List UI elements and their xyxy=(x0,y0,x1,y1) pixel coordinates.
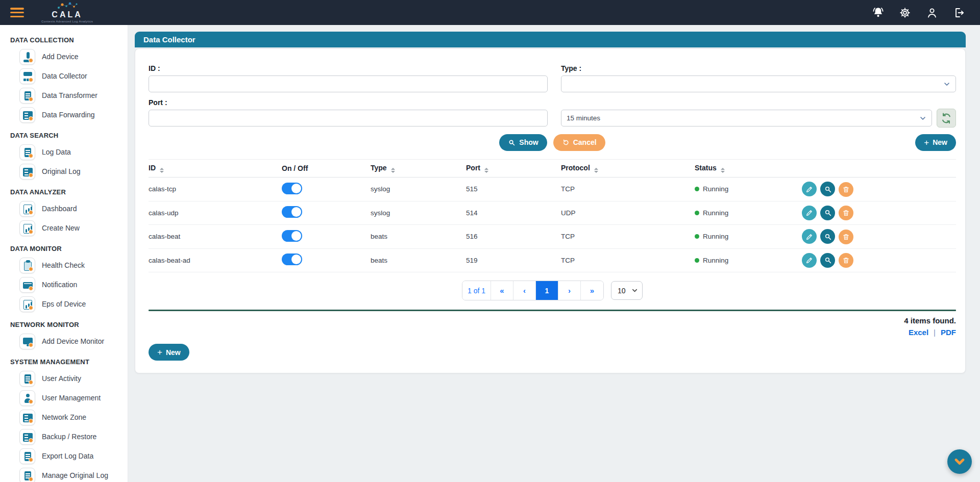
new-button[interactable]: + New xyxy=(915,134,956,151)
sidebar-item-label: Data Collector xyxy=(42,72,87,80)
sort-icon[interactable] xyxy=(484,168,488,173)
cell-protocol: TCP xyxy=(561,177,695,201)
table-header-row: IDOn / OffTypePortProtocolStatus xyxy=(149,160,956,177)
sidebar-item-user-activity[interactable]: User Activity xyxy=(10,369,122,388)
cell-type: beats xyxy=(371,248,466,272)
filter-form: ID : Type : Port : 15 minutes xyxy=(149,64,956,126)
sidebar-item-dashboard[interactable]: Dashboard xyxy=(10,199,122,218)
export-links: Excel | PDF xyxy=(149,328,956,337)
export-pdf-link[interactable]: PDF xyxy=(941,328,956,337)
column-header-id[interactable]: ID xyxy=(149,160,282,177)
notification-icon xyxy=(19,277,35,293)
cancel-button[interactable]: Cancel xyxy=(553,134,605,151)
next-page-button[interactable]: › xyxy=(558,281,581,300)
sort-icon[interactable] xyxy=(721,168,725,173)
onoff-toggle[interactable] xyxy=(282,183,302,194)
sidebar-item-label: Eps of Device xyxy=(42,300,86,308)
sidebar: DATA COLLECTIONAdd DeviceData CollectorD… xyxy=(0,25,128,482)
type-select[interactable] xyxy=(561,75,956,92)
sidebar-item-add-device[interactable]: Add Device xyxy=(10,47,122,66)
sidebar-item-label: Log Data xyxy=(42,148,71,156)
port-input[interactable] xyxy=(149,110,548,126)
sidebar-item-label: Health Check xyxy=(42,261,85,269)
scroll-down-fab[interactable] xyxy=(947,449,972,474)
logout-button[interactable] xyxy=(952,6,966,19)
column-header-status[interactable]: Status xyxy=(695,160,802,177)
delete-button[interactable] xyxy=(839,230,853,244)
export-log-data-icon xyxy=(19,448,35,464)
sidebar-item-export-log-data[interactable]: Export Log Data xyxy=(10,446,122,466)
show-button[interactable]: Show xyxy=(499,134,547,151)
sidebar-item-manage-original-log[interactable]: Manage Original Log xyxy=(10,466,122,482)
new-button-bottom[interactable]: + New xyxy=(149,344,189,361)
sidebar-item-network-zone[interactable]: Network Zone xyxy=(10,408,122,427)
sort-icon[interactable] xyxy=(160,168,164,173)
onoff-toggle[interactable] xyxy=(282,230,302,242)
column-header-port[interactable]: Port xyxy=(466,160,561,177)
sidebar-item-eps-of-device[interactable]: Eps of Device xyxy=(10,294,122,314)
delete-button[interactable] xyxy=(839,182,853,197)
status-dot xyxy=(695,258,699,263)
sidebar-item-health-check[interactable]: Health Check xyxy=(10,256,122,275)
view-button[interactable] xyxy=(820,253,835,268)
dashboard-icon xyxy=(19,201,35,217)
cell-type: syslog xyxy=(371,201,466,225)
hamburger-menu-icon[interactable] xyxy=(10,8,24,17)
chevron-down-icon xyxy=(952,454,967,469)
sidebar-item-backup-restore[interactable]: Backup / Restore xyxy=(10,427,122,446)
create-new-icon xyxy=(19,220,35,236)
cell-port: 514 xyxy=(466,201,561,225)
page-size-select[interactable]: 10 xyxy=(611,281,643,300)
brand-logo: CALA Contexts Advanced Log Analytics xyxy=(41,2,93,23)
onoff-toggle[interactable] xyxy=(282,206,302,218)
settings-button[interactable] xyxy=(898,6,912,19)
edit-button[interactable] xyxy=(802,206,817,220)
sidebar-item-data-forwarding[interactable]: Data Forwarding xyxy=(10,105,122,124)
original-log-icon xyxy=(19,164,35,180)
bell-icon xyxy=(872,6,885,19)
collectors-table: IDOn / OffTypePortProtocolStatus calas-t… xyxy=(149,159,956,272)
column-header-type[interactable]: Type xyxy=(371,160,466,177)
sidebar-item-label: User Activity xyxy=(42,374,81,383)
edit-button[interactable] xyxy=(802,182,817,196)
add-device-icon xyxy=(19,49,35,65)
sidebar-item-notification[interactable]: Notification xyxy=(10,275,122,294)
user-button[interactable] xyxy=(925,6,939,19)
sidebar-item-data-collector[interactable]: Data Collector xyxy=(10,66,122,86)
delete-button[interactable] xyxy=(839,253,853,268)
user-icon xyxy=(926,7,938,19)
interval-select[interactable]: 15 minutes xyxy=(561,110,932,126)
sidebar-item-create-new[interactable]: Create New xyxy=(10,218,122,238)
view-button[interactable] xyxy=(820,206,835,220)
prev-page-button[interactable]: ‹ xyxy=(513,281,536,300)
first-page-button[interactable]: « xyxy=(491,281,513,300)
view-button[interactable] xyxy=(820,182,835,196)
column-header-protocol[interactable]: Protocol xyxy=(561,160,695,177)
edit-button[interactable] xyxy=(802,229,817,244)
edit-button[interactable] xyxy=(802,253,817,268)
cell-id: calas-udp xyxy=(149,201,282,225)
sidebar-item-original-log[interactable]: Original Log xyxy=(10,162,122,181)
sidebar-item-log-data[interactable]: Log Data xyxy=(10,142,122,162)
export-excel-link[interactable]: Excel xyxy=(909,328,928,337)
notifications-button[interactable] xyxy=(871,6,885,19)
sidebar-item-user-management[interactable]: User Management xyxy=(10,388,122,408)
sort-icon[interactable] xyxy=(391,168,395,173)
sidebar-section-title: DATA ANALYZER xyxy=(10,188,122,196)
sort-icon[interactable] xyxy=(594,168,598,173)
last-page-button[interactable]: » xyxy=(581,281,603,300)
cell-id: calas-tcp xyxy=(149,177,282,201)
sidebar-item-label: Backup / Restore xyxy=(42,433,96,441)
page-number-button[interactable]: 1 xyxy=(536,281,558,300)
id-input[interactable] xyxy=(149,75,548,92)
table-body: calas-tcpsyslog515TCPRunningcalas-udpsys… xyxy=(149,177,956,272)
page-header-bar: Data Collector xyxy=(135,32,966,47)
onoff-toggle[interactable] xyxy=(282,253,302,265)
log-data-icon xyxy=(19,144,35,160)
sidebar-item-data-transformer[interactable]: Data Transformer xyxy=(10,86,122,105)
sidebar-item-add-device-monitor[interactable]: Add Device Monitor xyxy=(10,332,122,351)
refresh-button[interactable] xyxy=(937,109,956,128)
delete-button[interactable] xyxy=(839,206,853,220)
cell-type: beats xyxy=(371,225,466,249)
view-button[interactable] xyxy=(820,229,835,244)
